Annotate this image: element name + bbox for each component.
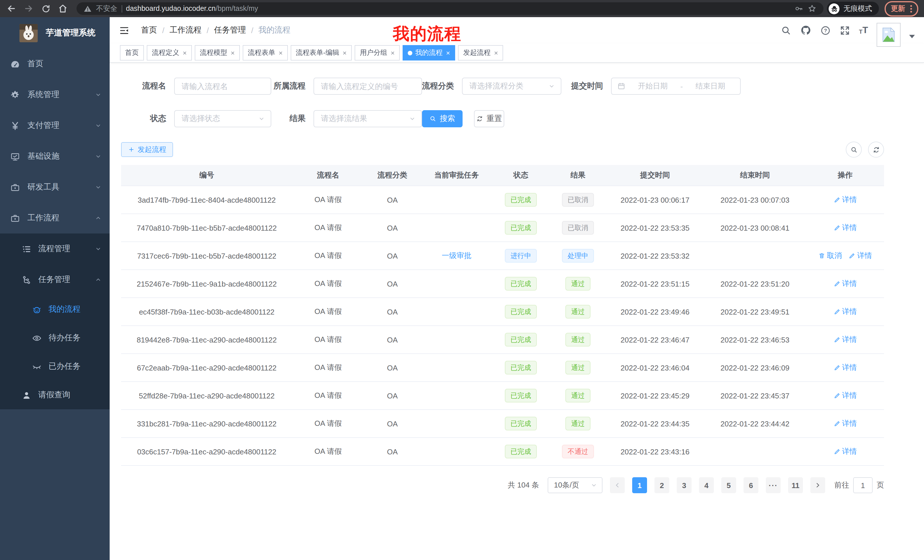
close-icon[interactable]: × xyxy=(279,49,283,56)
header-search-button[interactable] xyxy=(781,25,792,36)
more-pages-button[interactable]: ··· xyxy=(766,477,781,493)
sidebar-collapse-icon[interactable] xyxy=(119,25,130,36)
sidebar-item-home[interactable]: 首页 xyxy=(0,48,110,79)
cell-name: OA 请假 xyxy=(292,186,364,214)
breadcrumb-task-mgmt[interactable]: 任务管理 xyxy=(214,25,246,35)
close-icon[interactable]: × xyxy=(446,49,450,56)
col-id: 编号 xyxy=(121,165,292,186)
sidebar-item-process-mgmt[interactable]: 流程管理 xyxy=(0,234,110,264)
browser-forward-button[interactable] xyxy=(23,3,34,14)
submit-time-range-picker[interactable]: 开始日期 - 结束日期 xyxy=(611,78,741,95)
sidebar-item-my-process[interactable]: 我的流程 xyxy=(0,295,110,324)
sidebar-item-system[interactable]: 系统管理 xyxy=(0,79,110,110)
list-tree-icon xyxy=(22,244,32,254)
status-badge: 已完成 xyxy=(505,361,537,374)
table-row: 7317cec6-7b9b-11ec-b5b7-acde48001122 OA … xyxy=(121,242,884,270)
browser-back-button[interactable] xyxy=(6,3,17,14)
status-badge: 已完成 xyxy=(505,445,537,458)
page-button-11[interactable]: 11 xyxy=(788,477,803,493)
detail-button[interactable]: 详情 xyxy=(834,223,857,233)
detail-button[interactable]: 详情 xyxy=(849,251,872,261)
close-icon[interactable]: × xyxy=(391,49,394,56)
close-icon[interactable]: × xyxy=(183,49,187,56)
search-icon xyxy=(781,25,792,36)
trash-icon xyxy=(818,252,825,259)
sidebar-item-devtools[interactable]: 研发工具 xyxy=(0,172,110,203)
detail-button[interactable]: 详情 xyxy=(834,195,857,205)
sidebar-item-leave-query[interactable]: 请假查询 xyxy=(0,381,110,409)
process-definition-input[interactable] xyxy=(314,78,422,95)
breadcrumb-workflow[interactable]: 工作流程 xyxy=(170,25,202,35)
sidebar-item-infra[interactable]: 基础设施 xyxy=(0,141,110,172)
not-secure-warning-icon xyxy=(83,4,92,13)
help-button[interactable]: ? xyxy=(820,25,831,36)
close-icon[interactable]: × xyxy=(343,49,346,56)
status-select[interactable]: 请选择状态 xyxy=(174,110,271,127)
table-refresh-button[interactable] xyxy=(868,142,884,157)
page-button-2[interactable]: 2 xyxy=(654,477,669,493)
tab-process-form[interactable]: 流程表单× xyxy=(243,45,288,60)
tab-my-process[interactable]: 我的流程× xyxy=(403,45,455,60)
page-button-6[interactable]: 6 xyxy=(744,477,758,493)
bookmark-star-icon[interactable] xyxy=(807,4,817,13)
browser-update-button[interactable]: 更新 xyxy=(885,1,918,16)
browser-reload-button[interactable] xyxy=(40,3,51,14)
breadcrumb-home[interactable]: 首页 xyxy=(141,25,157,35)
tab-process-form-edit[interactable]: 流程表单-编辑× xyxy=(291,45,352,60)
reset-button[interactable]: 重置 xyxy=(474,110,504,127)
search-button[interactable]: 搜索 xyxy=(422,110,463,127)
detail-button[interactable]: 详情 xyxy=(834,334,857,345)
cancel-button[interactable]: 取消 xyxy=(818,251,842,261)
page-button-5[interactable]: 5 xyxy=(721,477,736,493)
sidebar-item-task-mgmt[interactable]: 任务管理 xyxy=(0,264,110,295)
detail-button[interactable]: 详情 xyxy=(834,446,857,457)
address-bar[interactable]: 不安全 dashboard.yudao.iocoder.cn/bpm/task/… xyxy=(76,2,824,15)
result-badge: 通过 xyxy=(566,305,591,319)
password-key-icon[interactable] xyxy=(794,4,804,13)
close-icon[interactable]: × xyxy=(231,49,235,56)
eye-icon xyxy=(32,333,42,343)
process-name-input[interactable] xyxy=(174,78,271,95)
current-task-link[interactable]: 一级审批 xyxy=(442,251,471,260)
tab-process-model[interactable]: 流程模型× xyxy=(195,45,240,60)
font-size-button[interactable]: TT xyxy=(859,26,868,35)
page-size-select[interactable]: 10条/页 xyxy=(548,477,603,493)
prev-page-button[interactable] xyxy=(610,477,625,493)
detail-button[interactable]: 详情 xyxy=(834,279,857,289)
browser-menu-icon[interactable] xyxy=(910,5,912,12)
page-button-4[interactable]: 4 xyxy=(699,477,714,493)
sidebar-item-todo-tasks[interactable]: 待办任务 xyxy=(0,324,110,352)
fullscreen-button[interactable] xyxy=(840,25,850,36)
user-avatar[interactable] xyxy=(877,23,901,47)
start-process-button[interactable]: 发起流程 xyxy=(121,142,173,157)
table-row: 7470a810-7b9b-11ec-b5b7-acde48001122 OA … xyxy=(121,214,884,242)
sidebar-logo[interactable]: 芋道管理系统 xyxy=(0,17,110,48)
page-button-1[interactable]: 1 xyxy=(632,477,647,493)
col-actions: 操作 xyxy=(806,165,884,186)
github-link[interactable] xyxy=(800,24,812,36)
detail-button[interactable]: 详情 xyxy=(834,307,857,317)
detail-button[interactable]: 详情 xyxy=(834,391,857,401)
tab-start-process[interactable]: 发起流程× xyxy=(458,45,503,60)
cell-id: 03c6c157-7b9a-11ec-a290-acde48001122 xyxy=(121,437,292,466)
detail-button[interactable]: 详情 xyxy=(834,362,857,373)
goto-page-input[interactable] xyxy=(853,477,873,493)
sidebar-item-done-tasks[interactable]: 已办任务 xyxy=(0,352,110,381)
detail-button[interactable]: 详情 xyxy=(834,418,857,429)
tab-user-group[interactable]: 用户分组× xyxy=(355,45,400,60)
sidebar-item-workflow[interactable]: 工作流程 xyxy=(0,203,110,234)
cell-submit-time: 2022-01-22 23:53:32 xyxy=(606,242,704,270)
page-button-3[interactable]: 3 xyxy=(677,477,692,493)
tab-home[interactable]: 首页 xyxy=(120,45,144,60)
cell-name: OA 请假 xyxy=(292,298,364,326)
tab-process-definition[interactable]: 流程定义× xyxy=(147,45,192,60)
calendar-icon xyxy=(617,82,626,90)
sidebar-item-payment[interactable]: 支付管理 xyxy=(0,110,110,141)
category-select[interactable]: 请选择流程分类 xyxy=(462,78,561,95)
close-icon[interactable]: × xyxy=(494,49,498,56)
browser-home-button[interactable] xyxy=(57,3,69,14)
result-select[interactable]: 请选择流结果 xyxy=(314,110,422,127)
next-page-button[interactable] xyxy=(810,477,825,493)
avatar-dropdown-caret[interactable] xyxy=(909,35,915,38)
table-search-toggle-button[interactable] xyxy=(846,142,862,157)
